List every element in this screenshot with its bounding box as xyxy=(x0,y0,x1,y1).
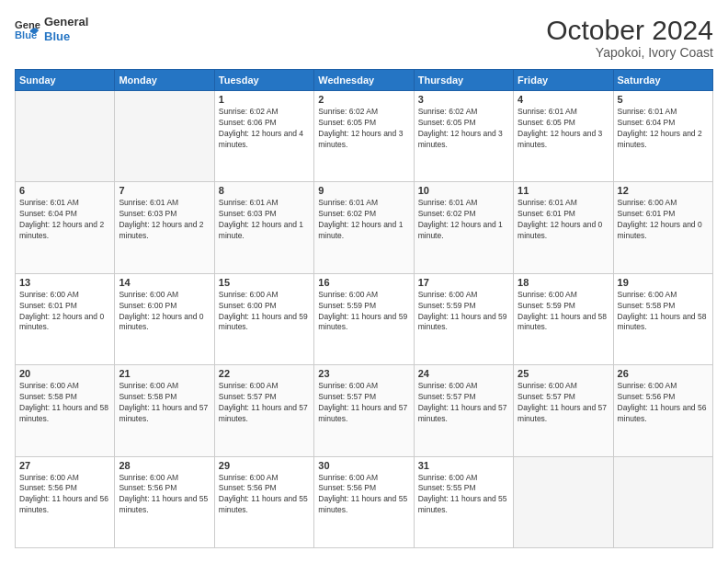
day-info: Sunrise: 6:02 AMSunset: 6:06 PMDaylight:… xyxy=(219,107,310,151)
table-row: 15Sunrise: 6:00 AMSunset: 6:00 PMDayligh… xyxy=(214,273,313,364)
table-row: 12Sunrise: 6:00 AMSunset: 6:01 PMDayligh… xyxy=(613,182,712,273)
day-number: 10 xyxy=(418,185,509,196)
day-info: Sunrise: 6:00 AMSunset: 5:57 PMDaylight:… xyxy=(418,381,509,425)
day-info: Sunrise: 6:02 AMSunset: 6:05 PMDaylight:… xyxy=(418,107,509,151)
logo-text-general: General xyxy=(44,15,88,29)
logo: General Blue General Blue xyxy=(15,15,88,43)
table-row: 16Sunrise: 6:00 AMSunset: 5:59 PMDayligh… xyxy=(314,273,414,364)
day-number: 5 xyxy=(618,94,709,105)
table-row: 17Sunrise: 6:00 AMSunset: 5:59 PMDayligh… xyxy=(414,273,513,364)
day-number: 24 xyxy=(418,368,509,379)
day-info: Sunrise: 6:00 AMSunset: 6:01 PMDaylight:… xyxy=(618,198,709,242)
table-row: 4Sunrise: 6:01 AMSunset: 6:05 PMDaylight… xyxy=(514,91,613,182)
day-number: 8 xyxy=(219,185,310,196)
day-number: 3 xyxy=(418,94,509,105)
table-row: 14Sunrise: 6:00 AMSunset: 6:00 PMDayligh… xyxy=(115,273,214,364)
day-number: 2 xyxy=(318,94,409,105)
table-row xyxy=(115,91,214,182)
day-info: Sunrise: 6:00 AMSunset: 5:59 PMDaylight:… xyxy=(418,290,509,334)
day-number: 15 xyxy=(219,277,310,288)
col-wednesday: Wednesday xyxy=(314,70,414,91)
header: General Blue General Blue October 2024 Y… xyxy=(15,15,713,60)
day-info: Sunrise: 6:01 AMSunset: 6:02 PMDaylight:… xyxy=(318,198,409,242)
day-number: 14 xyxy=(119,277,210,288)
day-info: Sunrise: 6:01 AMSunset: 6:05 PMDaylight:… xyxy=(518,107,609,151)
header-row: Sunday Monday Tuesday Wednesday Thursday… xyxy=(16,70,713,91)
table-row: 20Sunrise: 6:00 AMSunset: 5:58 PMDayligh… xyxy=(16,365,115,456)
week-row-4: 27Sunrise: 6:00 AMSunset: 5:56 PMDayligh… xyxy=(16,456,713,547)
col-friday: Friday xyxy=(514,70,613,91)
day-number: 22 xyxy=(219,368,310,379)
day-number: 26 xyxy=(618,368,709,379)
day-number: 21 xyxy=(119,368,210,379)
table-row: 6Sunrise: 6:01 AMSunset: 6:04 PMDaylight… xyxy=(16,182,115,273)
svg-text:Blue: Blue xyxy=(15,29,37,40)
day-number: 4 xyxy=(518,94,609,105)
day-number: 20 xyxy=(19,368,110,379)
table-row: 7Sunrise: 6:01 AMSunset: 6:03 PMDaylight… xyxy=(115,182,214,273)
month-title: October 2024 xyxy=(546,15,713,45)
day-info: Sunrise: 6:02 AMSunset: 6:05 PMDaylight:… xyxy=(318,107,409,151)
week-row-2: 13Sunrise: 6:00 AMSunset: 6:01 PMDayligh… xyxy=(16,273,713,364)
day-number: 19 xyxy=(618,277,709,288)
day-number: 11 xyxy=(518,185,609,196)
day-info: Sunrise: 6:01 AMSunset: 6:04 PMDaylight:… xyxy=(19,198,110,242)
day-info: Sunrise: 6:01 AMSunset: 6:04 PMDaylight:… xyxy=(618,107,709,151)
day-info: Sunrise: 6:00 AMSunset: 5:58 PMDaylight:… xyxy=(19,381,110,425)
col-saturday: Saturday xyxy=(613,70,712,91)
table-row: 11Sunrise: 6:01 AMSunset: 6:01 PMDayligh… xyxy=(514,182,613,273)
day-info: Sunrise: 6:00 AMSunset: 5:56 PMDaylight:… xyxy=(119,473,210,517)
table-row: 10Sunrise: 6:01 AMSunset: 6:02 PMDayligh… xyxy=(414,182,513,273)
table-row: 1Sunrise: 6:02 AMSunset: 6:06 PMDaylight… xyxy=(214,91,313,182)
table-row: 3Sunrise: 6:02 AMSunset: 6:05 PMDaylight… xyxy=(414,91,513,182)
location: Yapokoi, Ivory Coast xyxy=(546,45,713,60)
day-number: 18 xyxy=(518,277,609,288)
table-row xyxy=(613,456,712,547)
table-row: 26Sunrise: 6:00 AMSunset: 5:56 PMDayligh… xyxy=(613,365,712,456)
day-info: Sunrise: 6:01 AMSunset: 6:01 PMDaylight:… xyxy=(518,198,609,242)
week-row-0: 1Sunrise: 6:02 AMSunset: 6:06 PMDaylight… xyxy=(16,91,713,182)
day-info: Sunrise: 6:01 AMSunset: 6:02 PMDaylight:… xyxy=(418,198,509,242)
day-info: Sunrise: 6:00 AMSunset: 5:59 PMDaylight:… xyxy=(518,290,609,334)
day-number: 29 xyxy=(219,460,310,471)
table-row: 13Sunrise: 6:00 AMSunset: 6:01 PMDayligh… xyxy=(16,273,115,364)
table-row: 25Sunrise: 6:00 AMSunset: 5:57 PMDayligh… xyxy=(514,365,613,456)
table-row: 18Sunrise: 6:00 AMSunset: 5:59 PMDayligh… xyxy=(514,273,613,364)
day-info: Sunrise: 6:00 AMSunset: 5:57 PMDaylight:… xyxy=(219,381,310,425)
calendar-table: Sunday Monday Tuesday Wednesday Thursday… xyxy=(15,69,713,548)
table-row: 22Sunrise: 6:00 AMSunset: 5:57 PMDayligh… xyxy=(214,365,313,456)
day-number: 1 xyxy=(219,94,310,105)
day-info: Sunrise: 6:00 AMSunset: 5:55 PMDaylight:… xyxy=(418,473,509,517)
table-row: 23Sunrise: 6:00 AMSunset: 5:57 PMDayligh… xyxy=(314,365,414,456)
day-number: 9 xyxy=(318,185,409,196)
day-info: Sunrise: 6:00 AMSunset: 5:58 PMDaylight:… xyxy=(618,290,709,334)
logo-text-blue: Blue xyxy=(44,29,88,44)
col-thursday: Thursday xyxy=(414,70,513,91)
table-row: 24Sunrise: 6:00 AMSunset: 5:57 PMDayligh… xyxy=(414,365,513,456)
logo-icon: General Blue xyxy=(15,17,40,42)
day-info: Sunrise: 6:00 AMSunset: 5:56 PMDaylight:… xyxy=(318,473,409,517)
day-number: 6 xyxy=(19,185,110,196)
day-number: 27 xyxy=(19,460,110,471)
day-number: 13 xyxy=(19,277,110,288)
day-info: Sunrise: 6:01 AMSunset: 6:03 PMDaylight:… xyxy=(219,198,310,242)
table-row: 9Sunrise: 6:01 AMSunset: 6:02 PMDaylight… xyxy=(314,182,414,273)
col-monday: Monday xyxy=(115,70,214,91)
week-row-3: 20Sunrise: 6:00 AMSunset: 5:58 PMDayligh… xyxy=(16,365,713,456)
day-info: Sunrise: 6:00 AMSunset: 6:01 PMDaylight:… xyxy=(19,290,110,334)
day-info: Sunrise: 6:00 AMSunset: 6:00 PMDaylight:… xyxy=(219,290,310,334)
day-info: Sunrise: 6:00 AMSunset: 5:57 PMDaylight:… xyxy=(318,381,409,425)
table-row: 30Sunrise: 6:00 AMSunset: 5:56 PMDayligh… xyxy=(314,456,414,547)
day-number: 23 xyxy=(318,368,409,379)
table-row: 2Sunrise: 6:02 AMSunset: 6:05 PMDaylight… xyxy=(314,91,414,182)
col-tuesday: Tuesday xyxy=(214,70,313,91)
week-row-1: 6Sunrise: 6:01 AMSunset: 6:04 PMDaylight… xyxy=(16,182,713,273)
day-info: Sunrise: 6:00 AMSunset: 5:57 PMDaylight:… xyxy=(518,381,609,425)
table-row: 29Sunrise: 6:00 AMSunset: 5:56 PMDayligh… xyxy=(214,456,313,547)
table-row: 28Sunrise: 6:00 AMSunset: 5:56 PMDayligh… xyxy=(115,456,214,547)
table-row: 8Sunrise: 6:01 AMSunset: 6:03 PMDaylight… xyxy=(214,182,313,273)
table-row: 27Sunrise: 6:00 AMSunset: 5:56 PMDayligh… xyxy=(16,456,115,547)
day-number: 17 xyxy=(418,277,509,288)
table-row: 31Sunrise: 6:00 AMSunset: 5:55 PMDayligh… xyxy=(414,456,513,547)
table-row xyxy=(514,456,613,547)
